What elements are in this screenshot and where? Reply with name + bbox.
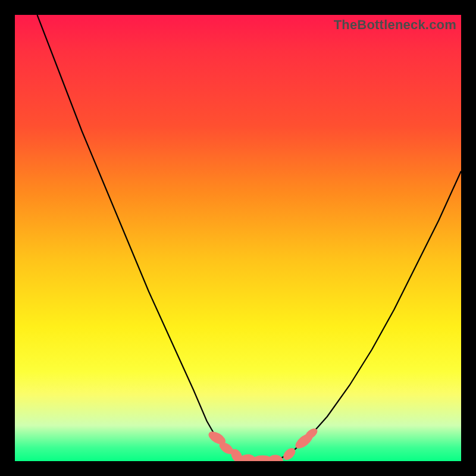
chart-svg xyxy=(15,15,461,461)
marker-point-6 xyxy=(281,446,298,461)
curve-right-curve xyxy=(278,171,462,460)
curve-group xyxy=(37,15,462,461)
marker-group xyxy=(206,427,320,461)
chart-plot-area: TheBottleneck.com xyxy=(15,15,461,461)
curve-left-curve xyxy=(37,15,252,461)
marker-point-5 xyxy=(268,454,284,461)
chart-frame: TheBottleneck.com xyxy=(0,0,476,476)
